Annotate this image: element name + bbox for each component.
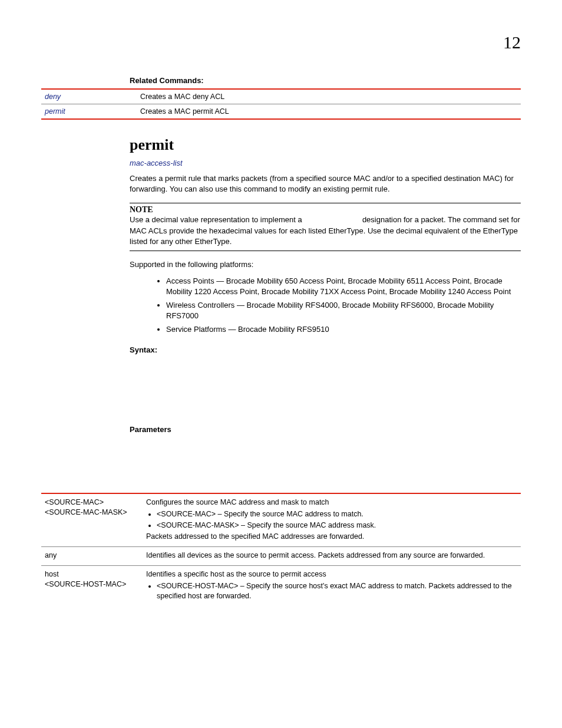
list-item: Access Points — Brocade Mobility 650 Acc… (166, 276, 521, 297)
param-lead: Identifies a specific host as the source… (146, 569, 517, 579)
note-text: Use a decimal value representation to im… (130, 215, 521, 247)
related-commands-table: deny Creates a MAC deny ACL permit Creat… (41, 88, 521, 120)
param-name: any (41, 547, 143, 566)
related-commands-heading: Related Commands: (130, 76, 521, 85)
parameters-label: Parameters (130, 425, 521, 434)
param-name: <SOURCE-MAC> <SOURCE-MAC-MASK> (41, 493, 143, 547)
related-link-deny[interactable]: deny (45, 93, 61, 101)
context-link[interactable]: mac-access-list (130, 159, 521, 167)
intro-paragraph: Creates a permit rule that marks packets… (130, 173, 521, 195)
command-title: permit (130, 136, 521, 154)
related-desc: Creates a MAC permit ACL (137, 104, 521, 120)
param-name-line: host (45, 569, 139, 579)
note-label: NOTE (130, 205, 521, 215)
platforms-list: Access Points — Brocade Mobility 650 Acc… (130, 276, 521, 335)
parameters-table: <SOURCE-MAC> <SOURCE-MAC-MASK> Configure… (41, 493, 521, 608)
param-lead: Configures the source MAC address and ma… (146, 498, 517, 508)
param-name-line: <SOURCE-HOST-MAC> (45, 579, 139, 589)
list-item: <SOURCE-HOST-MAC> – Specify the source h… (157, 581, 517, 601)
list-item: <SOURCE-MAC> – Specify the source MAC ad… (157, 509, 517, 519)
note-pre: Use a decimal value representation to im… (130, 215, 304, 224)
supported-heading: Supported in the following platforms: (130, 259, 521, 270)
related-link-permit[interactable]: permit (45, 107, 65, 116)
related-desc: Creates a MAC deny ACL (137, 89, 521, 104)
param-trail: Packets addressed to the specified MAC a… (146, 532, 517, 542)
list-item: <SOURCE-MAC-MASK> – Specify the source M… (157, 521, 517, 531)
note-block: NOTE Use a decimal value representation … (130, 203, 521, 251)
param-name-line: <SOURCE-MAC> (45, 498, 139, 508)
param-desc: Identifies a specific host as the source… (143, 566, 521, 608)
param-name: host <SOURCE-HOST-MAC> (41, 566, 143, 608)
chapter-number: 12 (41, 32, 521, 52)
param-name-line: <SOURCE-MAC-MASK> (45, 508, 139, 518)
param-lead: Identifies all devices as the source to … (146, 551, 517, 561)
param-desc: Identifies all devices as the source to … (143, 547, 521, 566)
syntax-label: Syntax: (130, 345, 521, 354)
param-name-line: any (45, 551, 139, 561)
list-item: Wireless Controllers — Brocade Mobility … (166, 300, 521, 321)
list-item: Service Platforms — Brocade Mobility RFS… (166, 324, 521, 335)
param-desc: Configures the source MAC address and ma… (143, 493, 521, 547)
